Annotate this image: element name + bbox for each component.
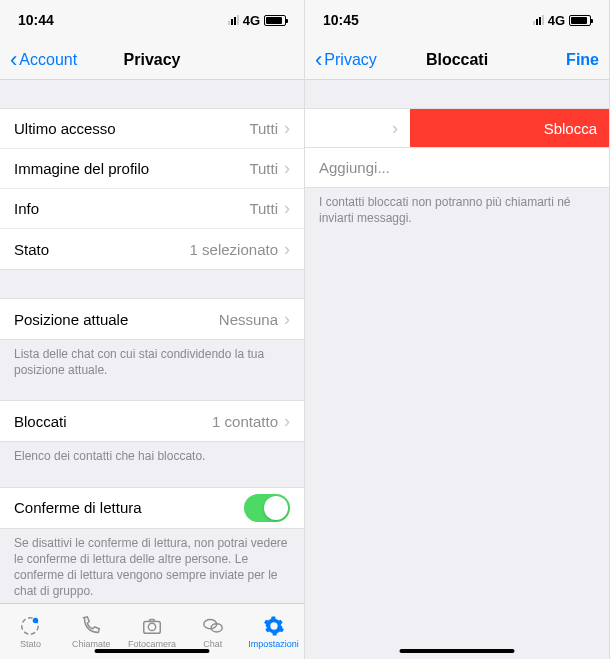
tab-label: Fotocamera bbox=[128, 639, 176, 649]
gear-icon bbox=[263, 614, 285, 638]
svg-point-1 bbox=[33, 618, 39, 624]
page-title: Bloccati bbox=[426, 51, 488, 69]
status-time: 10:45 bbox=[323, 12, 359, 28]
info-row[interactable]: Info Tutti › bbox=[0, 189, 304, 229]
row-value: 1 contatto bbox=[212, 413, 278, 430]
chevron-right-icon: › bbox=[284, 158, 290, 179]
back-label: Privacy bbox=[324, 51, 376, 69]
back-button[interactable]: ‹ Account bbox=[10, 49, 77, 71]
network-label: 4G bbox=[243, 13, 260, 28]
status-time: 10:44 bbox=[18, 12, 54, 28]
live-location-footer: Lista delle chat con cui stai condividen… bbox=[0, 340, 304, 386]
svg-point-3 bbox=[148, 623, 155, 630]
live-location-group: Posizione attuale Nessuna › bbox=[0, 298, 304, 340]
camera-icon bbox=[141, 614, 163, 638]
chat-icon bbox=[202, 614, 224, 638]
row-label: Bloccati bbox=[14, 413, 67, 430]
blocked-contact-row[interactable]: › Sblocca bbox=[305, 108, 609, 148]
last-seen-row[interactable]: Ultimo accesso Tutti › bbox=[0, 109, 304, 149]
blocked-row-visible: › bbox=[305, 109, 410, 147]
row-label: Immagine del profilo bbox=[14, 160, 149, 177]
chevron-right-icon: › bbox=[284, 411, 290, 432]
tab-label: Chat bbox=[203, 639, 222, 649]
home-indicator[interactable] bbox=[400, 649, 515, 653]
profile-photo-row[interactable]: Immagine del profilo Tutti › bbox=[0, 149, 304, 189]
signal-icon bbox=[228, 15, 239, 25]
read-receipts-footer: Se disattivi le conferme di lettura, non… bbox=[0, 529, 304, 603]
tab-label: Stato bbox=[20, 639, 41, 649]
blocked-footer: Elenco dei contatti che hai bloccato. bbox=[0, 442, 304, 472]
row-value: Nessuna bbox=[219, 311, 278, 328]
row-label: Stato bbox=[14, 241, 49, 258]
row-value: Tutti bbox=[249, 200, 278, 217]
content: › Sblocca Aggiungi... I contatti bloccat… bbox=[305, 80, 609, 659]
done-button[interactable]: Fine bbox=[566, 51, 599, 69]
content: Ultimo accesso Tutti › Immagine del prof… bbox=[0, 80, 304, 603]
tab-impostazioni[interactable]: Impostazioni bbox=[243, 604, 304, 659]
page-title: Privacy bbox=[124, 51, 181, 69]
chevron-right-icon: › bbox=[284, 198, 290, 219]
unblock-button[interactable]: Sblocca bbox=[410, 109, 609, 147]
row-label: Posizione attuale bbox=[14, 311, 128, 328]
battery-icon bbox=[569, 15, 591, 26]
chevron-right-icon: › bbox=[284, 118, 290, 139]
network-label: 4G bbox=[548, 13, 565, 28]
privacy-screen: 10:44 4G ‹ Account Privacy Ultimo access… bbox=[0, 0, 305, 659]
status-indicators: 4G bbox=[533, 13, 591, 28]
tab-label: Chiamate bbox=[72, 639, 111, 649]
status-bar: 10:44 4G bbox=[0, 0, 304, 40]
chevron-right-icon: › bbox=[284, 309, 290, 330]
nav-bar: ‹ Account Privacy bbox=[0, 40, 304, 80]
chevron-right-icon: › bbox=[392, 118, 398, 139]
blocked-group: Bloccati 1 contatto › bbox=[0, 400, 304, 442]
chevron-right-icon: › bbox=[284, 239, 290, 260]
chevron-left-icon: ‹ bbox=[315, 49, 322, 71]
blocked-row[interactable]: Bloccati 1 contatto › bbox=[0, 401, 304, 441]
status-bar: 10:45 4G bbox=[305, 0, 609, 40]
unblock-label: Sblocca bbox=[544, 120, 597, 137]
blocked-screen: 10:45 4G ‹ Privacy Bloccati Fine › Sbloc… bbox=[305, 0, 610, 659]
row-label: Info bbox=[14, 200, 39, 217]
live-location-row[interactable]: Posizione attuale Nessuna › bbox=[0, 299, 304, 339]
row-value: Tutti bbox=[249, 120, 278, 137]
home-indicator[interactable] bbox=[95, 649, 210, 653]
signal-icon bbox=[533, 15, 544, 25]
read-receipts-toggle[interactable] bbox=[244, 494, 290, 522]
status-indicators: 4G bbox=[228, 13, 286, 28]
privacy-group-1: Ultimo accesso Tutti › Immagine del prof… bbox=[0, 108, 304, 270]
nav-bar: ‹ Privacy Bloccati Fine bbox=[305, 40, 609, 80]
status-circle-icon bbox=[19, 614, 41, 638]
row-value: 1 selezionato bbox=[190, 241, 278, 258]
read-receipts-group: Conferme di lettura bbox=[0, 487, 304, 529]
row-value: Tutti bbox=[249, 160, 278, 177]
add-contact-row[interactable]: Aggiungi... bbox=[305, 148, 609, 188]
blocked-list-footer: I contatti bloccati non potranno più chi… bbox=[305, 188, 609, 234]
status-row[interactable]: Stato 1 selezionato › bbox=[0, 229, 304, 269]
add-label: Aggiungi... bbox=[319, 159, 390, 176]
tab-stato[interactable]: Stato bbox=[0, 604, 61, 659]
battery-icon bbox=[264, 15, 286, 26]
back-label: Account bbox=[19, 51, 77, 69]
row-label: Ultimo accesso bbox=[14, 120, 116, 137]
read-receipts-row: Conferme di lettura bbox=[0, 488, 304, 528]
chevron-left-icon: ‹ bbox=[10, 49, 17, 71]
back-button[interactable]: ‹ Privacy bbox=[315, 49, 377, 71]
tab-label: Impostazioni bbox=[248, 639, 299, 649]
row-label: Conferme di lettura bbox=[14, 499, 142, 516]
phone-icon bbox=[80, 614, 102, 638]
